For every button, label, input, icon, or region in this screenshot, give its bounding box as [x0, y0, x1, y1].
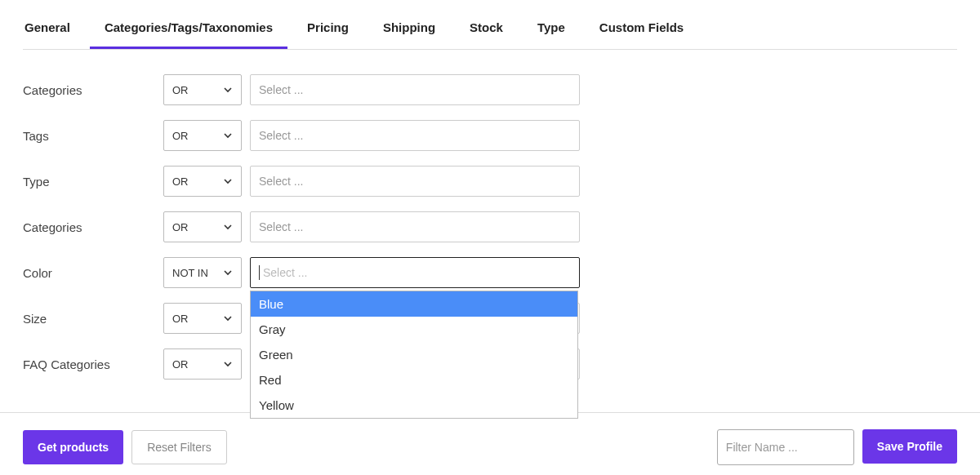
filter-label: Type [23, 175, 163, 189]
operator-select[interactable]: OR [163, 348, 242, 380]
multi-select-placeholder: Select ... [259, 129, 303, 142]
tab-type[interactable]: Type [523, 12, 580, 49]
dropdown-option-red[interactable]: Red [251, 367, 577, 393]
multi-select-placeholder: Select ... [259, 83, 303, 96]
multi-select-placeholder: Select ... [259, 220, 303, 233]
multi-select-categories[interactable]: Select ... [250, 74, 580, 105]
operator-value: OR [172, 221, 189, 233]
dropdown-color-options: Blue Gray Green Red Yellow [250, 291, 578, 419]
tabs-bar: General Categories/Tags/Taxonomies Prici… [23, 12, 957, 50]
operator-value: OR [172, 84, 189, 96]
chevron-down-icon [223, 313, 233, 323]
filter-label: Categories [23, 220, 163, 234]
filter-row-color: Color NOT IN Select ... Blue Gray Green … [23, 257, 957, 288]
filter-name-input[interactable] [717, 429, 854, 465]
operator-select[interactable]: OR [163, 120, 242, 151]
multi-select-categories-2[interactable]: Select ... [250, 211, 580, 242]
chevron-down-icon [223, 85, 233, 95]
save-profile-button[interactable]: Save Profile [862, 429, 957, 464]
tab-shipping[interactable]: Shipping [368, 12, 450, 49]
filter-row-tags: Tags OR Select ... [23, 120, 957, 151]
operator-select[interactable]: OR [163, 211, 242, 242]
filter-label: Size [23, 312, 163, 326]
tab-general[interactable]: General [23, 12, 85, 49]
filter-label: Color [23, 266, 163, 280]
dropdown-option-green[interactable]: Green [251, 342, 577, 367]
operator-select[interactable]: OR [163, 74, 242, 105]
multi-select-placeholder: Select ... [259, 175, 303, 188]
text-caret-icon [259, 265, 260, 280]
chevron-down-icon [223, 131, 233, 140]
reset-filters-button[interactable]: Reset Filters [131, 430, 227, 464]
filter-row-type: Type OR Select ... [23, 166, 957, 197]
filter-label: Tags [23, 129, 163, 143]
operator-select[interactable]: OR [163, 303, 242, 334]
dropdown-option-yellow[interactable]: Yellow [251, 393, 577, 418]
operator-value: OR [172, 175, 189, 188]
dropdown-option-blue[interactable]: Blue [251, 291, 577, 317]
chevron-down-icon [223, 359, 233, 369]
operator-value: OR [172, 130, 189, 142]
dropdown-option-gray[interactable]: Gray [251, 317, 577, 342]
operator-value: OR [172, 358, 189, 371]
operator-select[interactable]: NOT IN [163, 257, 242, 288]
operator-select[interactable]: OR [163, 166, 242, 197]
multi-select-color[interactable]: Select ... [250, 257, 580, 288]
multi-select-type[interactable]: Select ... [250, 166, 580, 197]
tab-categories-tags-taxonomies[interactable]: Categories/Tags/Taxonomies [90, 12, 287, 49]
bottom-action-bar: Get products Reset Filters Save Profile [0, 412, 980, 465]
multi-select-tags[interactable]: Select ... [250, 120, 580, 151]
tab-pricing[interactable]: Pricing [292, 12, 363, 49]
multi-select-placeholder: Select ... [263, 266, 307, 279]
filter-label: FAQ Categories [23, 357, 163, 371]
chevron-down-icon [223, 176, 233, 186]
tab-stock[interactable]: Stock [455, 12, 518, 49]
filter-label: Categories [23, 83, 163, 97]
tab-custom-fields[interactable]: Custom Fields [585, 12, 698, 49]
get-products-button[interactable]: Get products [23, 430, 123, 464]
operator-value: NOT IN [172, 267, 208, 279]
chevron-down-icon [223, 222, 233, 232]
filter-row-categories-2: Categories OR Select ... [23, 211, 957, 242]
filter-row-categories: Categories OR Select ... [23, 74, 957, 105]
filters-panel: Categories OR Select ... Tags OR Select … [0, 50, 980, 380]
operator-value: OR [172, 313, 189, 325]
chevron-down-icon [223, 268, 233, 277]
